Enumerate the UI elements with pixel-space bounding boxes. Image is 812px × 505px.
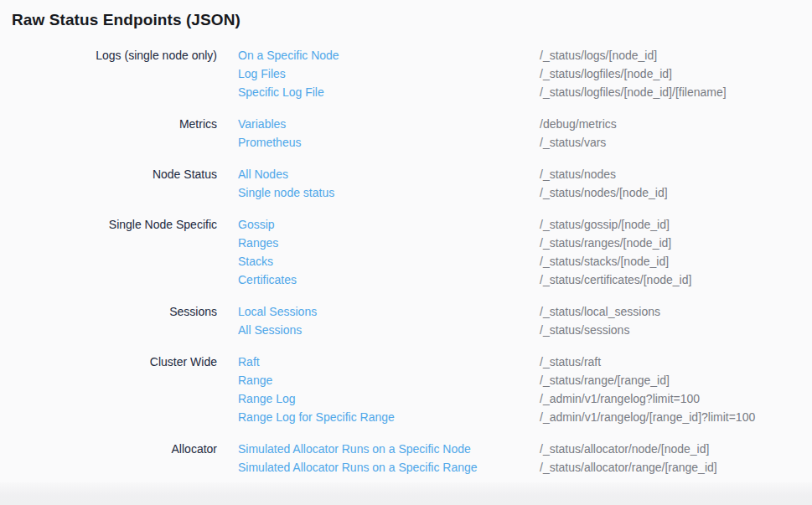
endpoint-link[interactable]: On a Specific Node bbox=[238, 46, 540, 64]
category-label: Node Status bbox=[0, 165, 217, 202]
endpoint-link[interactable]: Range bbox=[238, 371, 540, 389]
endpoint-path: /_status/sessions bbox=[540, 321, 812, 339]
endpoint-section: Metrics Variables /debug/metrics Prometh… bbox=[0, 115, 812, 152]
endpoint-row: Simulated Allocator Runs on a Specific N… bbox=[238, 440, 812, 458]
endpoint-row: Ranges /_status/ranges/[node_id] bbox=[238, 234, 812, 252]
endpoint-path: /_status/nodes bbox=[540, 165, 812, 183]
endpoint-sections: Logs (single node only) On a Specific No… bbox=[0, 46, 812, 490]
endpoint-path: /_admin/v1/rangelog?limit=100 bbox=[540, 389, 812, 408]
endpoint-rows: Variables /debug/metrics Prometheus /_st… bbox=[238, 115, 812, 152]
endpoint-section: Cluster Wide Raft /_status/raft Range /_… bbox=[0, 353, 812, 426]
endpoint-row: All Sessions /_status/sessions bbox=[238, 321, 812, 339]
endpoint-link[interactable]: Gossip bbox=[238, 215, 540, 234]
endpoint-rows: On a Specific Node /_status/logs/[node_i… bbox=[238, 46, 812, 101]
endpoint-row: Certificates /_status/certificates/[node… bbox=[238, 271, 812, 289]
endpoint-path: /_status/gossip/[node_id] bbox=[540, 215, 812, 234]
endpoint-section: Logs (single node only) On a Specific No… bbox=[0, 46, 812, 101]
endpoint-row: All Nodes /_status/nodes bbox=[238, 165, 812, 183]
endpoint-link[interactable]: All Nodes bbox=[238, 165, 540, 183]
endpoint-row: Stacks /_status/stacks/[node_id] bbox=[238, 252, 812, 271]
category-label: Single Node Specific bbox=[0, 215, 217, 289]
endpoint-path: /_status/certificates/[node_id] bbox=[540, 271, 812, 289]
endpoint-link[interactable]: Log Files bbox=[238, 64, 540, 83]
endpoint-link[interactable]: All Sessions bbox=[238, 321, 540, 339]
endpoint-path: /_status/raft bbox=[540, 353, 812, 371]
endpoint-row: Range Log /_admin/v1/rangelog?limit=100 bbox=[238, 389, 812, 408]
endpoint-row: Variables /debug/metrics bbox=[238, 115, 812, 133]
endpoint-row: Prometheus /_status/vars bbox=[238, 133, 812, 152]
endpoint-rows: Simulated Allocator Runs on a Specific N… bbox=[238, 440, 812, 477]
category-label: Sessions bbox=[0, 302, 217, 339]
endpoint-rows: Gossip /_status/gossip/[node_id] Ranges … bbox=[238, 215, 812, 289]
endpoint-rows: Local Sessions /_status/local_sessions A… bbox=[238, 302, 812, 339]
category-label: Metrics bbox=[0, 115, 217, 152]
footer-strip bbox=[0, 482, 812, 505]
endpoint-row: Gossip /_status/gossip/[node_id] bbox=[238, 215, 812, 234]
endpoint-link[interactable]: Variables bbox=[238, 115, 540, 133]
endpoint-link[interactable]: Simulated Allocator Runs on a Specific N… bbox=[238, 440, 540, 458]
endpoint-link[interactable]: Simulated Allocator Runs on a Specific R… bbox=[238, 458, 540, 477]
endpoint-path: /_status/logfiles/[node_id]/[filename] bbox=[540, 83, 812, 101]
endpoint-row: Range Log for Specific Range /_admin/v1/… bbox=[238, 408, 812, 426]
endpoint-row: Single node status /_status/nodes/[node_… bbox=[238, 183, 812, 202]
endpoint-path: /_status/allocator/node/[node_id] bbox=[540, 440, 812, 458]
endpoint-path: /_admin/v1/rangelog/[range_id]?limit=100 bbox=[540, 408, 812, 426]
endpoint-section: Node Status All Nodes /_status/nodes Sin… bbox=[0, 165, 812, 202]
endpoint-link[interactable]: Range Log bbox=[238, 389, 540, 408]
endpoint-link[interactable]: Stacks bbox=[238, 252, 540, 271]
category-label: Cluster Wide bbox=[0, 353, 217, 426]
endpoint-link[interactable]: Single node status bbox=[238, 183, 540, 202]
endpoint-row: Simulated Allocator Runs on a Specific R… bbox=[238, 458, 812, 477]
endpoint-section: Allocator Simulated Allocator Runs on a … bbox=[0, 440, 812, 477]
endpoint-link[interactable]: Prometheus bbox=[238, 133, 540, 152]
endpoint-link[interactable]: Ranges bbox=[238, 234, 540, 252]
endpoint-row: Specific Log File /_status/logfiles/[nod… bbox=[238, 83, 812, 101]
endpoint-rows: All Nodes /_status/nodes Single node sta… bbox=[238, 165, 812, 202]
endpoint-row: On a Specific Node /_status/logs/[node_i… bbox=[238, 46, 812, 64]
endpoint-section: Sessions Local Sessions /_status/local_s… bbox=[0, 302, 812, 339]
endpoint-path: /_status/nodes/[node_id] bbox=[540, 183, 812, 202]
endpoint-row: Local Sessions /_status/local_sessions bbox=[238, 302, 812, 321]
endpoint-path: /_status/stacks/[node_id] bbox=[540, 252, 812, 271]
category-label: Logs (single node only) bbox=[0, 46, 217, 101]
endpoint-link[interactable]: Certificates bbox=[238, 271, 540, 289]
endpoint-link[interactable]: Raft bbox=[238, 353, 540, 371]
endpoint-link[interactable]: Specific Log File bbox=[238, 83, 540, 101]
endpoint-path: /_status/local_sessions bbox=[540, 302, 812, 321]
category-label: Allocator bbox=[0, 440, 217, 477]
endpoint-rows: Raft /_status/raft Range /_status/range/… bbox=[238, 353, 812, 426]
endpoint-section: Single Node Specific Gossip /_status/gos… bbox=[0, 215, 812, 289]
endpoint-row: Range /_status/range/[range_id] bbox=[238, 371, 812, 389]
endpoint-path: /_status/allocator/range/[range_id] bbox=[540, 458, 812, 477]
endpoint-path: /_status/logfiles/[node_id] bbox=[540, 64, 812, 83]
endpoint-row: Raft /_status/raft bbox=[238, 353, 812, 371]
endpoint-path: /debug/metrics bbox=[540, 115, 812, 133]
endpoint-link[interactable]: Local Sessions bbox=[238, 302, 540, 321]
endpoint-path: /_status/logs/[node_id] bbox=[540, 46, 812, 64]
endpoint-path: /_status/ranges/[node_id] bbox=[540, 234, 812, 252]
page-title: Raw Status Endpoints (JSON) bbox=[12, 11, 240, 29]
endpoint-row: Log Files /_status/logfiles/[node_id] bbox=[238, 64, 812, 83]
endpoint-link[interactable]: Range Log for Specific Range bbox=[238, 408, 540, 426]
endpoint-path: /_status/vars bbox=[540, 133, 812, 152]
endpoint-path: /_status/range/[range_id] bbox=[540, 371, 812, 389]
